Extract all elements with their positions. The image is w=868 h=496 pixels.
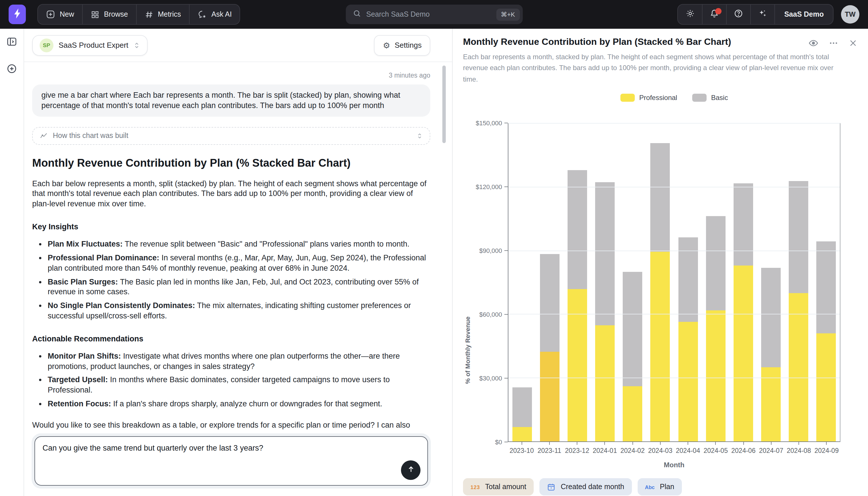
bar-segment-professional[interactable] [540, 352, 560, 441]
top-navbar: NewBrowseMetricsAsk AI Search SaaS Demo … [0, 0, 868, 29]
search-shortcut-badge: ⌘+K [496, 8, 519, 20]
close-icon[interactable] [849, 38, 858, 48]
main-menu: NewBrowseMetricsAsk AI [37, 4, 240, 25]
x-tick-label: 2024-09 [815, 447, 839, 454]
navbar-right-cluster: SaaS Demo TW [677, 4, 859, 25]
bullet-list: Monitor Plan Shifts: Investigate what dr… [32, 351, 430, 409]
legend-item-basic[interactable]: Basic [692, 94, 728, 102]
agent-selector[interactable]: SP SaaS Product Expert [32, 35, 148, 56]
plus-circle-icon [6, 63, 17, 76]
bar-segment-professional[interactable] [567, 289, 587, 442]
bar-segment-professional[interactable] [678, 322, 698, 442]
bar-segment-basic[interactable] [650, 143, 670, 252]
y-tick-label: $90,000 [479, 247, 502, 254]
workspace-button[interactable]: SaaS Demo [774, 4, 833, 24]
ai-assist-button[interactable] [750, 4, 774, 24]
legend-item-professional[interactable]: Professional [621, 94, 677, 102]
bar-segment-basic[interactable] [816, 242, 836, 334]
search-bar[interactable]: Search SaaS Demo ⌘+K [345, 4, 523, 24]
x-tick-mark [688, 442, 688, 445]
help-button[interactable] [726, 4, 750, 24]
x-tick-2024-08: 2024-08 [785, 442, 813, 454]
message-input[interactable]: Can you give the same trend but quarterl… [35, 437, 428, 485]
bar-segment-professional[interactable] [623, 387, 643, 442]
stacked-bar-2024-09 [816, 124, 836, 442]
lightning-bolt-icon [13, 8, 22, 21]
new-chat-button[interactable] [6, 63, 17, 76]
bullet-item: Retention Focus: If a plan's share drops… [48, 399, 430, 409]
y-tick-label: $60,000 [479, 311, 502, 318]
chevron-up-down-icon [417, 133, 423, 139]
bar-segment-basic[interactable] [706, 216, 725, 310]
search-placeholder: Search SaaS Demo [366, 10, 491, 18]
y-tick-label: $120,000 [476, 184, 502, 190]
bar-segment-professional[interactable] [595, 325, 615, 442]
bar-segment-basic[interactable] [595, 182, 615, 325]
chip-plan[interactable]: AbcPlan [637, 479, 681, 496]
y-tick-mark [504, 378, 508, 379]
how-chart-built-toggle[interactable]: How this chart was built [32, 127, 430, 144]
response-title: Monthly Revenue Contribution by Plan (% … [32, 157, 430, 169]
more-options-icon[interactable] [829, 38, 839, 48]
bar-segment-professional[interactable] [761, 368, 781, 442]
eye-icon[interactable] [808, 38, 819, 48]
chat-scrollbar-thumb[interactable] [442, 65, 446, 143]
toggle-sidebar-button[interactable] [6, 36, 17, 49]
x-tick-mark [771, 442, 771, 445]
nav-item-ask-ai[interactable]: Ask AI [189, 4, 240, 24]
x-tick-mark [605, 442, 605, 445]
settings-button[interactable]: ⚙ Settings [374, 35, 430, 56]
nav-item-browse[interactable]: Browse [82, 4, 136, 24]
x-tick-2024-07: 2024-07 [757, 442, 785, 454]
left-rail [0, 29, 24, 496]
y-axis-title: % of Monthly Revenue [464, 316, 471, 384]
bar-slot [536, 124, 564, 442]
bar-segment-basic[interactable] [512, 388, 532, 427]
bar-segment-professional[interactable] [706, 310, 725, 442]
123-icon: 123 [470, 483, 480, 491]
notifications-button[interactable] [702, 4, 726, 24]
bar-segment-basic[interactable] [567, 170, 587, 289]
legend-swatch [621, 94, 635, 102]
app-logo[interactable] [9, 4, 26, 24]
bar-slot [785, 124, 812, 442]
bar-segment-professional[interactable] [789, 293, 808, 442]
user-avatar[interactable]: TW [841, 5, 859, 24]
bullet-item: No Single Plan Consistently Dominates: T… [48, 300, 430, 321]
nav-item-new[interactable]: New [38, 4, 82, 24]
nav-item-label: Ask AI [211, 10, 232, 18]
bar-slot [619, 124, 646, 442]
bar-segment-basic[interactable] [540, 254, 560, 352]
x-tick-2024-04: 2024-04 [674, 442, 702, 454]
x-tick-mark [660, 442, 661, 445]
y-tick-label: $30,000 [479, 375, 502, 382]
stacked-bar-2024-07 [761, 124, 781, 442]
send-button[interactable] [401, 460, 420, 480]
bar-segment-professional[interactable] [733, 266, 753, 442]
chip-created-date-month[interactable]: Created date month [540, 479, 632, 496]
stacked-bar-2024-05 [706, 124, 725, 442]
bar-slot [674, 124, 702, 442]
x-tick-2024-05: 2024-05 [702, 442, 730, 454]
bar-segment-basic[interactable] [678, 237, 698, 322]
nav-item-metrics[interactable]: Metrics [136, 4, 189, 24]
y-tick-mark [504, 251, 508, 251]
x-tick-mark [549, 442, 550, 445]
bar-segment-professional[interactable] [650, 252, 670, 442]
agent-avatar: SP [39, 38, 53, 52]
bar-segment-professional[interactable] [512, 427, 532, 442]
bar-segment-basic[interactable] [761, 268, 781, 368]
main-area: SP SaaS Product Expert ⚙ Settings 3 minu… [0, 29, 868, 496]
chip-label: Plan [660, 483, 674, 491]
bar-segment-professional[interactable] [816, 334, 836, 442]
bar-segment-basic[interactable] [789, 181, 808, 293]
bar-segment-basic[interactable] [623, 272, 643, 387]
x-tick-2024-06: 2024-06 [729, 442, 757, 454]
y-tick-label: $0 [495, 439, 502, 446]
response-closing: Would you like to see this breakdown as … [32, 420, 430, 430]
y-tick-mark [504, 123, 508, 124]
settings-gear-button[interactable] [678, 4, 702, 24]
bar-segment-basic[interactable] [733, 183, 753, 266]
chip-total-amount[interactable]: 123Total amount [463, 479, 534, 496]
chat-header: SP SaaS Product Expert ⚙ Settings [24, 29, 452, 62]
